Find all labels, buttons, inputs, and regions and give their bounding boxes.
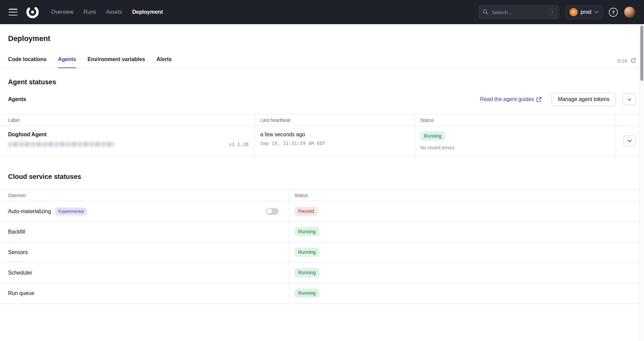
heartbeat-relative: a few seconds ago: [260, 132, 409, 138]
deployment-avatar: P: [570, 8, 578, 16]
search-shortcut-key: /: [549, 8, 556, 16]
column-header-daemon-status: Status: [289, 190, 644, 201]
agents-subheading: Agents: [8, 96, 26, 102]
primary-nav: Overview Runs Assets Deployment: [51, 9, 163, 15]
daemon-status-cell: Running: [289, 263, 644, 283]
daemon-status-badge: Paused: [294, 207, 318, 216]
nav-item-deployment[interactable]: Deployment: [132, 9, 163, 15]
agent-status-cell: Running No recent errors: [415, 126, 615, 156]
page-header: Deployment: [0, 24, 644, 43]
experimental-badge: Experimental: [55, 207, 87, 215]
nav-item-assets[interactable]: Assets: [106, 9, 122, 15]
daemon-status-badge: Running: [294, 289, 319, 298]
refresh-group: 0:16: [618, 54, 636, 63]
column-header-last-heartbeat: Last heartbeat: [255, 114, 415, 126]
tab-agents[interactable]: Agents: [58, 54, 76, 68]
tab-code-locations[interactable]: Code locations: [8, 54, 47, 68]
daemon-row-scheduler: Scheduler Running: [0, 263, 644, 283]
app-window: Overview Runs Assets Deployment / P prod: [0, 0, 644, 341]
agent-guides-link[interactable]: Read the agent guides: [480, 96, 541, 102]
agent-version: v1.1.20: [229, 142, 249, 147]
help-icon[interactable]: [609, 8, 618, 17]
chevron-down-icon: [594, 11, 598, 13]
daemon-name: Sensors: [8, 249, 28, 255]
refresh-icon[interactable]: [630, 58, 636, 63]
daemon-name: Run queue: [8, 290, 34, 296]
dagster-logo[interactable]: [25, 4, 40, 20]
heartbeat-timestamp: Sep 19, 11:31:59 AM EDT: [260, 141, 409, 146]
agents-toolbar-actions: Read the agent guides Manage agent token…: [480, 93, 636, 106]
column-header-label: Label: [0, 114, 255, 126]
chevron-down-icon: [628, 140, 632, 142]
daemon-cell: Sensors: [0, 242, 289, 262]
daemon-row-sensors: Sensors Running: [0, 242, 644, 263]
search-icon: [483, 9, 488, 15]
deployment-switcher-label: prod: [581, 9, 591, 15]
cloud-service-statuses-heading: Cloud service statuses: [0, 173, 644, 181]
daemon-row-run-queue: Run queue Running: [0, 283, 644, 304]
tab-environment-variables[interactable]: Environment variables: [88, 54, 145, 68]
expand-agent-row-button[interactable]: [623, 136, 636, 146]
daemon-status-badge: Running: [294, 268, 319, 277]
agent-id-redacted: [8, 142, 115, 147]
daemon-cell: Backfill: [0, 222, 289, 242]
tab-bar: Code locations Agents Environment variab…: [0, 54, 644, 68]
daemon-cell: Auto-materializing Experimental: [0, 201, 289, 222]
scrollbar[interactable]: [639, 24, 644, 341]
daemon-cell: Run queue: [0, 283, 289, 303]
agent-label-cell: Dogfood Agent v1.1.20: [0, 126, 255, 156]
daemon-status-cell: Running: [289, 242, 644, 262]
daemon-name: Scheduler: [8, 270, 32, 276]
daemon-status-badge: Running: [294, 248, 319, 257]
refresh-timer: 0:16: [618, 58, 627, 63]
agent-tokens-menu-button[interactable]: [623, 94, 636, 105]
external-link-icon: [536, 97, 541, 102]
top-navbar: Overview Runs Assets Deployment / P prod: [0, 0, 644, 24]
auto-materializing-toggle[interactable]: [266, 208, 279, 215]
search-box: /: [479, 5, 559, 19]
user-avatar[interactable]: [624, 6, 635, 18]
cloud-table-header: Daemon Status: [0, 190, 644, 201]
manage-agent-tokens-button[interactable]: Manage agent tokens: [551, 93, 616, 106]
caret-down-icon: [628, 98, 631, 101]
daemon-row-backfill: Backfill Running: [0, 222, 644, 242]
daemon-status-cell: Running: [289, 222, 644, 242]
search-input[interactable]: [479, 5, 559, 19]
daemon-name: Auto-materializing: [8, 208, 51, 214]
agent-statuses-heading: Agent statuses: [0, 78, 644, 86]
scrollbar-thumb[interactable]: [640, 26, 643, 81]
agent-name: Dogfood Agent: [8, 132, 249, 138]
column-header-daemon: Daemon: [0, 190, 289, 201]
daemon-status-cell: Paused: [289, 201, 644, 222]
menu-icon[interactable]: [9, 9, 17, 15]
daemon-status-badge: Running: [294, 227, 319, 236]
agent-status-badge: Running: [420, 132, 445, 141]
topnav-right-group: / P prod: [479, 5, 635, 19]
daemon-cell: Scheduler: [0, 263, 289, 283]
daemon-name: Backfill: [8, 229, 25, 235]
nav-item-overview[interactable]: Overview: [51, 9, 73, 15]
nav-item-runs[interactable]: Runs: [84, 9, 96, 15]
deployment-switcher[interactable]: P prod: [565, 5, 603, 19]
dagster-logo-icon: [25, 5, 40, 19]
daemon-row-auto-materializing: Auto-materializing Experimental Paused: [0, 201, 644, 222]
tab-alerts[interactable]: Alerts: [157, 54, 172, 68]
daemon-status-cell: Running: [289, 283, 644, 303]
agent-row: Dogfood Agent v1.1.20 a few seconds ago …: [0, 126, 644, 156]
agents-table-header: Label Last heartbeat Status: [0, 114, 644, 126]
agents-table: Label Last heartbeat Status Dogfood Agen…: [0, 114, 644, 156]
toggle-knob: [267, 209, 272, 214]
column-header-status: Status: [415, 114, 615, 126]
page-title: Deployment: [8, 34, 636, 43]
agent-status-detail: No recent errors: [420, 145, 609, 150]
agent-guides-link-label: Read the agent guides: [480, 96, 534, 102]
agent-heartbeat-cell: a few seconds ago Sep 19, 11:31:59 AM ED…: [255, 126, 415, 156]
agents-toolbar: Agents Read the agent guides Manage agen…: [0, 93, 644, 106]
cloud-services-table: Daemon Status Auto-materializing Experim…: [0, 189, 644, 304]
